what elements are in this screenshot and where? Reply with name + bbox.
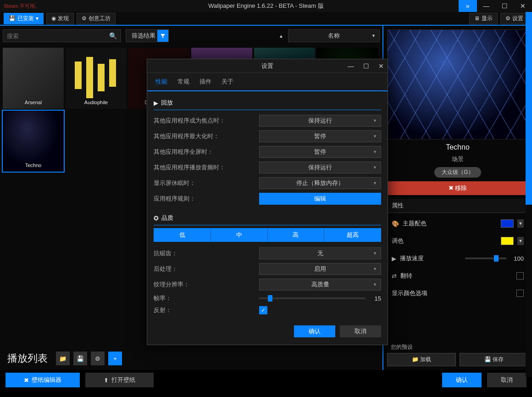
- scrollbar[interactable]: [526, 12, 532, 377]
- open-wallpaper-button[interactable]: ⬆ 打开壁纸: [85, 373, 154, 387]
- quality-medium[interactable]: 中: [211, 229, 268, 241]
- wallpaper-title: Techno: [387, 143, 528, 151]
- fullscreen-label: 其他应用程序全屏时：: [154, 148, 259, 156]
- details-panel: Techno 场景 大众级（G） ✖ 移除 属性 🎨 主题配色 ▼ 调色 ▼ ▶…: [382, 26, 532, 370]
- flip-label: 翻转: [400, 272, 513, 280]
- reflect-checkbox[interactable]: ✓: [259, 306, 267, 314]
- rules-label: 应用程序规则：: [154, 195, 259, 203]
- flip-icon: ⇄: [392, 273, 397, 280]
- cancel-button[interactable]: 取消: [487, 373, 526, 387]
- quality-high[interactable]: 高: [268, 229, 325, 241]
- discover-tab[interactable]: ◉ 发现: [46, 13, 74, 24]
- tint-label: 调色: [392, 237, 497, 245]
- dialog-close-button[interactable]: ✕: [377, 62, 386, 70]
- show-color-checkbox[interactable]: [516, 290, 524, 297]
- tab-plugins[interactable]: 插件: [198, 77, 213, 87]
- speed-slider[interactable]: [465, 257, 506, 259]
- tex-select[interactable]: 高质量: [259, 279, 381, 291]
- wallpaper-preview: [387, 29, 528, 140]
- window-title: Wallpaper Engine 1.6.22 - BETA - Steam 版: [208, 2, 323, 10]
- tint-color-swatch[interactable]: [501, 237, 514, 245]
- wallpaper-thumb-label: Arsenal: [3, 100, 64, 105]
- wallpaper-thumb-label: Audiophile: [66, 100, 127, 105]
- dialog-cancel-button[interactable]: 取消: [340, 325, 381, 337]
- remove-button[interactable]: ✖ 移除: [387, 181, 528, 195]
- sleep-select[interactable]: 停止（释放内存）: [259, 177, 381, 189]
- playback-section-header: ▶ 回放: [154, 96, 381, 110]
- fast-forward-icon[interactable]: »: [459, 0, 477, 12]
- playlist-add-button[interactable]: +: [108, 352, 122, 365]
- playlist-folder-button[interactable]: 📁: [56, 352, 70, 365]
- focus-select[interactable]: 保持运行: [259, 115, 381, 127]
- aa-label: 抗锯齿：: [154, 249, 259, 257]
- reflect-label: 反射：: [154, 306, 259, 314]
- sort-direction-icon[interactable]: ▲: [279, 34, 283, 39]
- fps-label: 帧率：: [154, 294, 259, 302]
- tex-label: 纹理分辨率：: [154, 280, 259, 289]
- close-button[interactable]: ✕: [514, 0, 532, 12]
- sleep-label: 显示屏休眠时：: [154, 179, 259, 187]
- maximize-select[interactable]: 暂停: [259, 130, 381, 142]
- maximize-button[interactable]: ☐: [495, 0, 514, 12]
- wallpaper-thumb[interactable]: Arsenal: [3, 48, 64, 109]
- palette-icon: 🎨: [392, 220, 399, 227]
- fps-slider[interactable]: [259, 297, 366, 299]
- chevron-down-icon[interactable]: ▼: [517, 237, 524, 245]
- wallpaper-thumb[interactable]: Techno: [3, 111, 64, 172]
- playlist-title: 播放列表: [7, 352, 48, 365]
- dialog-maximize-button[interactable]: ☐: [361, 62, 371, 70]
- workshop-tab[interactable]: ⚙ 创意工坊: [77, 13, 116, 24]
- search-input[interactable]: 🔍: [3, 29, 121, 42]
- wallpaper-thumb[interactable]: Audiophile: [66, 48, 127, 109]
- settings-button[interactable]: ⚙ 设置: [500, 13, 528, 24]
- dialog-minimize-button[interactable]: —: [346, 62, 356, 70]
- tab-about[interactable]: 关于: [220, 77, 235, 87]
- properties-header: 属性: [387, 199, 528, 213]
- quality-section-header: ✪ 品质: [154, 211, 381, 225]
- filter-button[interactable]: 筛选结果: [126, 29, 169, 42]
- quality-low[interactable]: 低: [154, 229, 211, 241]
- edit-rules-button[interactable]: 编辑: [259, 193, 381, 205]
- aa-select[interactable]: 无: [259, 247, 381, 259]
- filter-icon: [157, 30, 168, 42]
- fps-value: 15: [370, 295, 381, 302]
- dialog-ok-button[interactable]: 确认: [294, 325, 335, 337]
- rating-badge: 大众级（G）: [434, 167, 481, 178]
- focus-label: 其他应用程序成为焦点时：: [154, 117, 259, 125]
- dialog-titlebar: 设置 — ☐ ✕: [147, 59, 388, 73]
- settings-dialog: 设置 — ☐ ✕ 性能 常规 插件 关于 ▶ 回放 其他应用程序成为焦点时：保持…: [147, 59, 388, 345]
- ok-button[interactable]: 确认: [442, 373, 482, 387]
- wallpaper-thumb-label: Techno: [3, 162, 64, 168]
- main-toolbar: 💾 已安装 ▾ ◉ 发现 ⚙ 创意工坊 🖥 显示 ⚙ 设置: [0, 12, 532, 26]
- load-preset-button[interactable]: 📁 加载: [387, 353, 456, 366]
- chevron-down-icon[interactable]: ▼: [517, 219, 524, 228]
- bottom-bar: ✖ 壁纸编辑器 ⬆ 打开壁纸 确认 取消: [0, 370, 532, 390]
- fullscreen-select[interactable]: 暂停: [259, 146, 381, 158]
- speed-icon: ▶: [392, 255, 396, 262]
- tab-general[interactable]: 常规: [176, 77, 191, 87]
- show-color-label: 显示颜色选项: [392, 289, 513, 297]
- sort-select[interactable]: 名称▼: [288, 29, 380, 42]
- scheme-color-swatch[interactable]: [501, 219, 514, 228]
- save-preset-button[interactable]: 💾 保存: [460, 353, 528, 366]
- scheme-color-label: 主题配色: [403, 219, 497, 228]
- flip-checkbox[interactable]: [516, 272, 524, 280]
- search-icon[interactable]: 🔍: [109, 32, 117, 39]
- playlist-config-button[interactable]: ⚙: [91, 352, 105, 365]
- audio-select[interactable]: 保持运行: [259, 162, 381, 173]
- titlebar: Steam 不可用。 Wallpaper Engine 1.6.22 - BET…: [0, 0, 532, 12]
- maximize-label: 其他应用程序最大化时：: [154, 132, 259, 140]
- tab-performance[interactable]: 性能: [154, 77, 169, 87]
- steam-status: Steam 不可用。: [0, 3, 40, 10]
- quality-ultra[interactable]: 超高: [324, 229, 381, 241]
- audio-label: 其他应用程序播放音频时：: [154, 163, 259, 172]
- playlist-save-button[interactable]: 💾: [73, 352, 87, 365]
- post-label: 后处理：: [154, 265, 259, 273]
- installed-tab[interactable]: 💾 已安装 ▾: [4, 13, 44, 24]
- post-select[interactable]: 启用: [259, 263, 381, 275]
- editor-button[interactable]: ✖ 壁纸编辑器: [6, 373, 80, 387]
- minimize-button[interactable]: —: [477, 0, 495, 12]
- speed-label: 播放速度: [400, 254, 461, 263]
- speed-value: 100: [510, 255, 524, 262]
- display-button[interactable]: 🖥 显示: [469, 13, 498, 24]
